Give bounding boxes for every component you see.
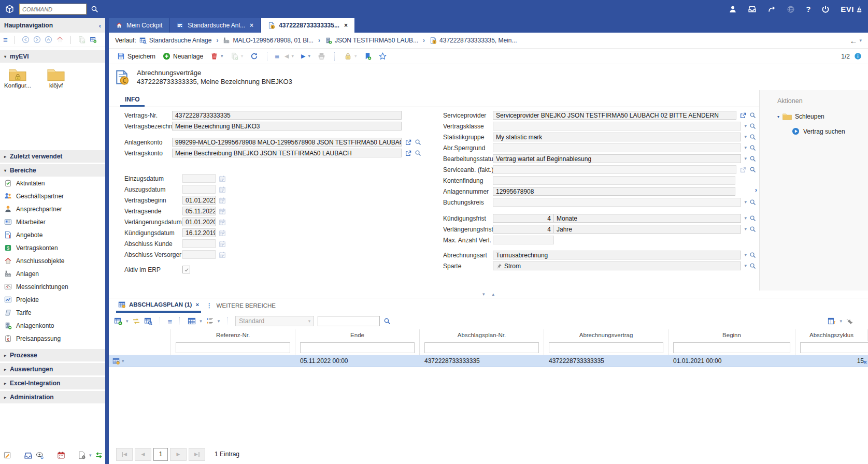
dropdown-icon[interactable]: ▾	[744, 124, 747, 128]
sidebar-item-messeinrichtungen[interactable]: Messeinrichtungen	[0, 280, 105, 293]
panel-splitter[interactable]: ▾ ▴	[109, 291, 868, 298]
calendar-picker-icon[interactable]	[219, 175, 226, 182]
search-icon[interactable]	[749, 166, 756, 173]
abrechnungsart-input[interactable]: Turnusabrechnung	[493, 251, 741, 259]
history-back-icon[interactable]: ←	[849, 36, 857, 45]
table-search-icon[interactable]	[144, 317, 152, 325]
vertragsbezeichnung-input[interactable]: Meine Bezeichnung BNEJKO3	[172, 122, 402, 130]
open-record-icon[interactable]	[405, 139, 412, 146]
last-page-button[interactable]: ▶	[189, 448, 205, 461]
breadcrumb-item-malo[interactable]: MALO-12995678908, 01 Bl...	[223, 37, 313, 44]
lock-button[interactable]: ▾	[342, 51, 359, 61]
add-row-icon[interactable]	[114, 317, 122, 325]
list-view-dropdown-icon[interactable]: ▾	[218, 319, 220, 324]
tab-vertrag-active[interactable]: 4372228733333335... ×	[261, 18, 354, 33]
inbox-tray-icon[interactable]	[748, 5, 757, 13]
column-referenz-nr[interactable]: Referenz-Nr.	[171, 329, 295, 341]
aktiv-im-erp-checkbox[interactable]	[182, 266, 190, 273]
close-tab-icon[interactable]: ×	[250, 22, 253, 29]
calendar-picker-icon[interactable]	[219, 240, 226, 248]
copy-icon[interactable]	[78, 36, 86, 44]
refresh-button[interactable]	[248, 51, 260, 61]
search-icon[interactable]	[749, 112, 756, 119]
kontenfindung-input[interactable]	[493, 176, 735, 185]
search-icon[interactable]	[749, 134, 756, 140]
copy-record-button[interactable]: ▾	[229, 51, 246, 61]
max-anzahl-verl-input[interactable]	[493, 236, 554, 244]
sidebar-item-preisanpassung[interactable]: Preisanpassung	[0, 332, 105, 345]
vertragsbeginn-input[interactable]: 01.01.2021	[182, 196, 216, 205]
table-row-selected[interactable]: ▾ 05.11.2022 00:00 4372228733333335 4372…	[109, 355, 868, 367]
column-filter-dropdown-icon[interactable]: ▾	[839, 319, 842, 324]
grid-view-icon[interactable]	[188, 317, 196, 325]
vertragsende-input[interactable]: 05.11.2022	[182, 207, 216, 215]
first-page-button[interactable]: ◀	[116, 448, 133, 461]
tab-abschlagsplan[interactable]: ABSCHLAGSPLAN (1) ×	[116, 298, 201, 313]
next-page-button[interactable]: ▶	[170, 448, 187, 461]
search-icon[interactable]	[749, 199, 756, 206]
collapse-down-icon[interactable]: ▾	[482, 292, 485, 297]
print-button[interactable]	[316, 51, 328, 61]
sidebar-item-anlagen[interactable]: Anlagen	[0, 267, 105, 280]
vertrags-nr-input[interactable]: 4372228733333335	[172, 111, 402, 120]
redo-icon[interactable]	[767, 5, 776, 13]
tab-weitere-bereiche[interactable]: ⋮ WEITERE BEREICHE	[206, 302, 276, 309]
watchlist-eye-icon[interactable]	[36, 451, 45, 460]
vertragsklasse-input[interactable]	[493, 122, 741, 130]
breadcrumb-item-standardsuche[interactable]: Standardsuche Anlage	[139, 37, 212, 44]
section-prozesse[interactable]: ▸Prozesse	[0, 349, 105, 361]
anlagennummer-input[interactable]: 12995678908	[493, 187, 735, 196]
search-icon[interactable]	[383, 317, 391, 325]
notes-edit-icon[interactable]	[3, 451, 11, 459]
list-view-icon[interactable]	[206, 317, 214, 325]
sparte-input[interactable]: Strom	[493, 262, 741, 270]
calendar-icon[interactable]	[57, 451, 65, 459]
section-myevi[interactable]: ▾ myEVI	[0, 50, 105, 63]
command-search-icon[interactable]	[91, 5, 98, 13]
einzugsdatum-input[interactable]	[182, 174, 216, 183]
document-settings-icon[interactable]	[78, 451, 86, 459]
sidebar-collapse-icon[interactable]: ‹	[99, 22, 101, 30]
breadcrumb-item-testfirma[interactable]: JSON TESTFIRMA50 LAUB...	[325, 37, 418, 44]
inbox-icon[interactable]	[24, 451, 33, 460]
previous-page-button[interactable]: ◀	[135, 448, 151, 461]
filter-abrechnungsvertrag-input[interactable]	[549, 342, 663, 353]
dropdown-icon[interactable]: ▾	[744, 264, 747, 268]
close-tab-icon[interactable]: ×	[344, 22, 348, 29]
verlaengerungsdatum-input[interactable]: 01.01.2020	[182, 218, 216, 226]
tab-info[interactable]: INFO	[120, 93, 145, 107]
sidebar-menu-icon[interactable]: ≡	[3, 36, 8, 44]
search-icon[interactable]	[749, 263, 756, 269]
verlaengerungsfrist-unit-input[interactable]: Jahre	[554, 225, 741, 234]
panel-expander-icon[interactable]: ›	[755, 186, 757, 194]
column-abschlagsplan-nr[interactable]: Abschlagsplan-Nr.	[420, 329, 544, 341]
bearbeitungsstatus-input[interactable]: Vertrag wartet auf Beginnablesung	[493, 154, 741, 163]
calendar-picker-icon[interactable]	[219, 208, 226, 215]
folder-kloejvf[interactable]: klöjvf	[40, 68, 72, 124]
tab-mein-cockpit[interactable]: Mein Cockpit	[109, 18, 169, 33]
row-record-icon[interactable]	[112, 357, 120, 365]
section-administration[interactable]: ▸Administration	[0, 391, 105, 403]
section-zuletzt-verwendet[interactable]: ▸ Zuletzt verwendet	[0, 150, 105, 163]
search-icon[interactable]	[749, 144, 756, 151]
next-record-button[interactable]: ▶ ▾	[299, 52, 312, 61]
auszugsdatum-input[interactable]	[182, 185, 216, 194]
add-row-dropdown-icon[interactable]: ▾	[126, 319, 129, 324]
globe-icon[interactable]	[787, 5, 795, 13]
sidebar-item-anschlussobjekte[interactable]: Anschlussobjekte	[0, 254, 105, 267]
open-record-icon[interactable]	[739, 112, 747, 119]
help-icon[interactable]: ?	[806, 5, 810, 13]
vertragskonto-input[interactable]: Meine Beschreibung BNEJKO JSON TESTFIRMA…	[172, 149, 402, 157]
nav-home-icon[interactable]	[56, 36, 64, 44]
kuendigungsfrist-value-input[interactable]: 4	[493, 214, 554, 223]
column-abrechnungsvertrag[interactable]: Abrechnungsvertrag	[544, 329, 668, 341]
nav-back-icon[interactable]	[22, 36, 30, 44]
abschluss-versorger-input[interactable]	[182, 250, 216, 259]
sidebar-item-geschaeftspartner[interactable]: Geschäftspartner	[0, 190, 105, 202]
serviceprovider-input[interactable]: Serviceprovider BNEJKO JSON TESTFIRMA50 …	[493, 111, 736, 120]
search-icon[interactable]	[415, 150, 421, 156]
row-collapse-icon[interactable]: «	[863, 358, 867, 366]
dropdown-caret-icon[interactable]: ▾	[89, 453, 92, 458]
swap-icon[interactable]	[95, 451, 103, 459]
dropdown-icon[interactable]: ▾	[744, 216, 747, 221]
